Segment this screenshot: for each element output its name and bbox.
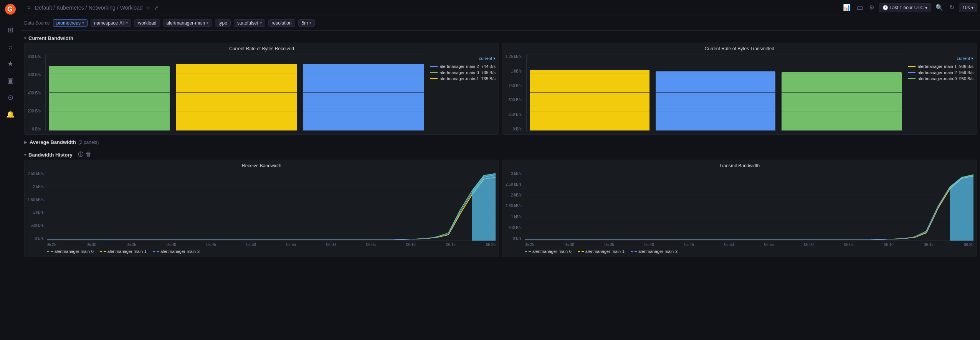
dashboard-settings-icon[interactable]: 📊 — [841, 2, 852, 13]
receive-history-body: 2.50 kB/s 2 kB/s 1.50 kB/s 1 kB/s 500 B/… — [28, 172, 496, 254]
svg-marker-18 — [950, 175, 973, 241]
filterbar: Data Source prometheus ▾ namespace All ▾… — [21, 15, 980, 31]
average-bandwidth-section: ▶ Average Bandwidth (2 panels) — [24, 138, 977, 147]
sidebar: G ⊞ ⌕ ★ ▣ ⊙ 🔔 — [0, 0, 21, 340]
dashboard-share-icon[interactable]: ⤤ — [154, 5, 159, 11]
legend-item-0: alertmanager-main-2 744 B/s — [430, 64, 496, 69]
tx-legend-1: alertmanager-main-1 — [578, 249, 625, 254]
bar-transmitted-2 — [782, 72, 901, 131]
refresh-interval-picker[interactable]: 10s ▾ — [959, 3, 977, 12]
resolution-label: resolution — [272, 20, 292, 26]
type-value: statefulset — [237, 20, 258, 26]
bar-received-2 — [303, 64, 424, 131]
resolution-chevron: ▾ — [309, 21, 311, 25]
tx-legend-item-0: alertmanager-main-1 986 B/s — [908, 64, 973, 69]
type-filter-label: type — [215, 19, 231, 27]
zoom-out-icon[interactable]: 🔍 — [934, 2, 945, 13]
transmit-history-title: Transmit Bandwidth — [506, 163, 973, 168]
resolution-value: 5m — [302, 20, 308, 26]
received-bar-chart — [45, 54, 427, 131]
workload-chevron: ▾ — [207, 21, 208, 25]
add-panel-icon[interactable]: 🗃 — [855, 3, 864, 13]
bandwidth-history-header: ▾ Bandwidth History ⓘ 🗑 — [24, 150, 977, 160]
dashboard: ▾ Current Bandwidth Current Rate of Byte… — [21, 31, 980, 260]
type-chevron: ▾ — [260, 21, 262, 25]
transmit-line-chart — [525, 172, 973, 241]
receive-history-panel: Receive Bandwidth 2.50 kB/s 2 kB/s 1.50 … — [24, 160, 499, 257]
transmitted-legend-header[interactable]: current ▾ — [908, 56, 973, 61]
data-source-filter[interactable]: prometheus ▾ — [53, 19, 88, 27]
bar-transmitted-0 — [530, 70, 649, 131]
received-panel-body: 800 B/s 600 B/s 400 B/s 200 B/s 0 B/s — [28, 54, 496, 131]
legend-item-2: alertmanager-main-1 735 B/s — [430, 76, 496, 81]
time-range-picker[interactable]: 🕐 Last 1 hour UTC ▾ — [879, 3, 931, 12]
sidebar-search-icon[interactable]: ⌕ — [3, 40, 17, 54]
time-range-chevron: ▾ — [925, 5, 927, 10]
workload-value: alertmanager-main — [167, 20, 205, 26]
time-range-label: Last 1 hour — [890, 5, 913, 10]
received-panel: Current Rate of Bytes Received 800 B/s 6… — [24, 43, 499, 135]
received-y-axis: 800 B/s 600 B/s 400 B/s 200 B/s 0 B/s — [28, 54, 42, 131]
average-bandwidth-subtitle: (2 panels) — [78, 140, 99, 145]
receive-chart-wrapper: 05:25 05:30 05:35 05:40 05:45 05:50 05:5… — [47, 172, 496, 254]
sidebar-alert-icon[interactable]: 🔔 — [3, 107, 17, 121]
workload-filter-label: workload — [134, 19, 160, 27]
history-collapse-icon: ▾ — [24, 153, 26, 157]
average-bandwidth-header[interactable]: ▶ Average Bandwidth (2 panels) — [24, 138, 977, 147]
current-bandwidth-header[interactable]: ▾ Current Bandwidth — [24, 34, 977, 43]
resolution-filter[interactable]: 5m ▾ — [298, 19, 315, 27]
type-label: type — [218, 20, 227, 26]
refresh-icon[interactable]: ↻ — [948, 2, 956, 13]
sidebar-star-icon[interactable]: ★ — [3, 57, 17, 71]
type-filter[interactable]: statefulset ▾ — [234, 19, 265, 27]
settings-gear-icon[interactable]: ⚙ — [868, 2, 876, 13]
breadcrumb-kubernetes[interactable]: Kubernetes — [56, 5, 84, 11]
receive-y-axis: 2.50 kB/s 2 kB/s 1.50 kB/s 1 kB/s 500 B/… — [28, 172, 45, 241]
data-source-value: prometheus — [56, 20, 81, 26]
transmit-history-body: 3 kB/s 2.50 kB/s 2 kB/s 1.50 kB/s 1 kB/s… — [506, 172, 973, 254]
dashboard-star-icon[interactable]: ☆ — [146, 5, 151, 11]
current-bandwidth-title: Current Bandwidth — [28, 35, 73, 41]
namespace-value: All — [119, 20, 124, 26]
breadcrumb-workload[interactable]: Workload — [120, 5, 143, 11]
average-bandwidth-title: Average Bandwidth — [30, 139, 76, 145]
transmit-y-axis: 3 kB/s 2.50 kB/s 2 kB/s 1.50 kB/s 1 kB/s… — [506, 172, 523, 241]
transmit-x-axis: 05:25 05:30 05:35 05:40 05:45 05:50 05:5… — [525, 242, 973, 248]
data-source-label: Data Source — [24, 20, 50, 26]
received-legend-header[interactable]: current ▾ — [430, 56, 496, 61]
section-expand-icon: ▶ — [24, 140, 27, 144]
svg-marker-9 — [472, 173, 496, 241]
transmit-chart-wrapper: 05:25 05:30 05:35 05:40 05:45 05:50 05:5… — [525, 172, 973, 254]
sidebar-toggle[interactable]: ≡ — [24, 3, 33, 12]
sidebar-apps-icon[interactable]: ▣ — [3, 74, 17, 87]
received-legend: current ▾ alertmanager-main-2 744 B/s al… — [430, 54, 496, 131]
sidebar-grid-icon[interactable]: ⊞ — [3, 23, 17, 37]
namespace-filter[interactable]: namespace All ▾ — [91, 19, 131, 27]
tx-legend-item-1: alertmanager-main-2 959 B/s — [908, 70, 973, 75]
transmit-history-panel: Transmit Bandwidth 3 kB/s 2.50 kB/s 2 kB… — [502, 160, 977, 257]
workload-label: workload — [138, 20, 156, 26]
bar-received-1 — [176, 64, 297, 131]
receive-line-legend: alertmanager-main-0 alertmanager-main-1 … — [47, 248, 496, 254]
namespace-label: namespace — [94, 20, 118, 26]
workload-filter[interactable]: alertmanager-main ▾ — [163, 19, 212, 27]
bar-received-0 — [49, 66, 170, 131]
clock-icon: 🕐 — [882, 5, 888, 10]
trash-icon[interactable]: 🗑 — [86, 151, 91, 158]
rx-legend-2: alertmanager-main-2 — [153, 249, 200, 254]
resolution-filter-label: resolution — [268, 19, 295, 27]
bandwidth-history-title: Bandwidth History — [28, 152, 73, 158]
transmitted-bar-chart — [526, 54, 905, 131]
breadcrumb-default[interactable]: Default — [35, 5, 52, 11]
tx-legend-item-2: alertmanager-main-0 950 B/s — [908, 76, 973, 81]
transmitted-panel-title: Current Rate of Bytes Transmitted — [506, 46, 973, 51]
tx-legend-0: alertmanager-main-0 — [525, 249, 572, 254]
sidebar-explore-icon[interactable]: ⊙ — [3, 91, 17, 104]
receive-history-title: Receive Bandwidth — [28, 163, 496, 168]
section-collapse-icon: ▾ — [24, 36, 26, 40]
transmitted-panel: Current Rate of Bytes Transmitted 1.25 k… — [502, 43, 977, 135]
info-icon[interactable]: ⓘ — [78, 151, 83, 158]
rx-legend-0: alertmanager-main-0 — [47, 249, 94, 254]
breadcrumb-networking[interactable]: Networking — [89, 5, 116, 11]
transmitted-panel-body: 1.25 kB/s 1 kB/s 750 B/s 500 B/s 250 B/s… — [506, 54, 973, 131]
